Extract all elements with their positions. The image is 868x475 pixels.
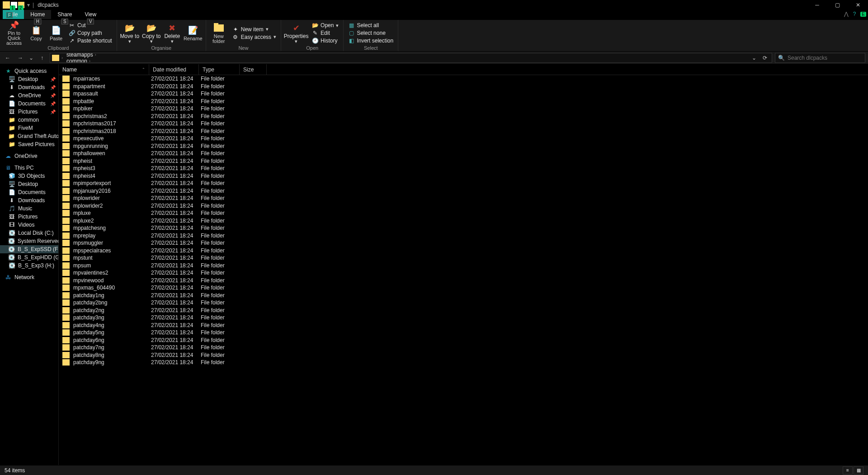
- sidebar-item[interactable]: 📁FiveM: [0, 124, 58, 132]
- table-row[interactable]: patchday9ng27/02/2021 18:24File folder: [59, 359, 868, 366]
- table-row[interactable]: patchday4ng27/02/2021 18:24File folder: [59, 322, 868, 329]
- tab-share[interactable]: Share S: [51, 10, 78, 19]
- table-row[interactable]: mpapartment27/02/2021 18:24File folder: [59, 83, 868, 90]
- table-row[interactable]: mpairraces27/02/2021 18:24File folder: [59, 75, 868, 83]
- table-row[interactable]: mpchristmas201727/02/2021 18:24File fold…: [59, 120, 868, 128]
- search-input[interactable]: 🔍: [775, 53, 865, 63]
- sidebar-item[interactable]: 🎵Music: [0, 204, 58, 213]
- table-row[interactable]: patchday2ng27/02/2021 18:24File folder: [59, 307, 868, 314]
- move-to-button[interactable]: 📂 Move to ▾: [120, 21, 140, 45]
- sidebar-item[interactable]: 📁Saved Pictures: [0, 140, 58, 148]
- table-row[interactable]: mpluxe227/02/2021 18:24File folder: [59, 217, 868, 225]
- table-row[interactable]: mpluxe27/02/2021 18:24File folder: [59, 209, 868, 217]
- sidebar-item[interactable]: 💽B_S_ExpHDD (G:): [0, 253, 58, 261]
- select-all-button[interactable]: ▦Select all: [346, 22, 395, 29]
- icons-view-button[interactable]: ▦: [854, 466, 863, 475]
- copy-to-button[interactable]: 📂 Copy to ▾: [142, 21, 161, 45]
- table-row[interactable]: mpxmas_60449027/02/2021 18:24File folder: [59, 284, 868, 292]
- table-row[interactable]: mplowrider227/02/2021 18:24File folder: [59, 202, 868, 210]
- invert-selection-button[interactable]: ◧Invert selection: [346, 37, 395, 44]
- breadcrumb-item[interactable]: common›: [65, 58, 118, 63]
- sidebar-item[interactable]: 🖥️Desktop📌: [0, 75, 58, 83]
- collapse-ribbon-icon[interactable]: ⋀: [844, 11, 849, 17]
- history-button[interactable]: 🕘History: [310, 37, 340, 44]
- paste-shortcut-button[interactable]: ↗Paste shortcut: [67, 37, 114, 44]
- table-row[interactable]: patchday5ng27/02/2021 18:24File folder: [59, 329, 868, 337]
- table-row[interactable]: mpsmuggler27/02/2021 18:24File folder: [59, 239, 868, 247]
- tab-view[interactable]: View V: [78, 10, 103, 19]
- col-size[interactable]: Size: [240, 64, 267, 75]
- table-row[interactable]: mpheist27/02/2021 18:24File folder: [59, 157, 868, 165]
- sidebar-item[interactable]: 🖥️Desktop: [0, 180, 58, 188]
- table-row[interactable]: mpjanuary201627/02/2021 18:24File folder: [59, 187, 868, 195]
- close-button[interactable]: ✕: [848, 0, 868, 10]
- qat-dropdown-icon[interactable]: ▾: [27, 2, 30, 8]
- sidebar-item[interactable]: ☁OneDrive📌: [0, 91, 58, 100]
- table-row[interactable]: mpsum27/02/2021 18:24File folder: [59, 262, 868, 270]
- col-type[interactable]: Type: [199, 64, 240, 75]
- sidebar-item[interactable]: 💽Local Disk (C:): [0, 229, 58, 237]
- sidebar-item[interactable]: 📄Documents: [0, 188, 58, 196]
- sidebar-item[interactable]: ⬇Downloads: [0, 196, 58, 204]
- recent-button[interactable]: ⌄: [28, 53, 34, 63]
- sidebar-item[interactable]: 🖼Pictures📌: [0, 108, 58, 116]
- sidebar-item[interactable]: 💽System Reserved (E:): [0, 237, 58, 245]
- breadcrumb-item[interactable]: steamapps›: [65, 53, 118, 58]
- edit-button[interactable]: ✎Edit: [310, 29, 340, 37]
- table-row[interactable]: mpimportexport27/02/2021 18:24File folde…: [59, 180, 868, 187]
- new-folder-button[interactable]: New folder: [209, 21, 229, 45]
- table-row[interactable]: mpgunrunning27/02/2021 18:24File folder: [59, 142, 868, 150]
- copy-button[interactable]: 📋 Copy: [27, 21, 45, 45]
- tab-home[interactable]: Home H: [24, 10, 51, 19]
- dropdown-icon[interactable]: ⌄: [749, 53, 759, 63]
- table-row[interactable]: mphalloween27/02/2021 18:24File folder: [59, 150, 868, 157]
- open-button[interactable]: 📂Open ▾: [310, 22, 340, 29]
- sidebar-onedrive[interactable]: ☁OneDrive: [0, 152, 58, 160]
- table-row[interactable]: mpreplay27/02/2021 18:24File folder: [59, 232, 868, 240]
- table-row[interactable]: mppatchesng27/02/2021 18:24File folder: [59, 224, 868, 232]
- sidebar-network[interactable]: 🖧Network: [0, 273, 58, 281]
- table-row[interactable]: mpheist327/02/2021 18:24File folder: [59, 165, 868, 172]
- table-row[interactable]: mpvinewood27/02/2021 18:24File folder: [59, 277, 868, 285]
- table-row[interactable]: patchday7ng27/02/2021 18:24File folder: [59, 344, 868, 352]
- pin-quick-access-button[interactable]: 📌 Pin to Quick access: [3, 21, 25, 45]
- sidebar-item[interactable]: 🧊3D Objects: [0, 172, 58, 180]
- col-name[interactable]: Name⌃: [59, 64, 149, 75]
- table-row[interactable]: mpspecialraces27/02/2021 18:24File folde…: [59, 247, 868, 255]
- sidebar-item[interactable]: 💽B_S_ExpSSD (F:): [0, 245, 58, 253]
- new-item-button[interactable]: ✦New item ▾: [231, 26, 278, 33]
- easy-access-button[interactable]: ⚙Easy access ▾: [231, 33, 278, 41]
- sidebar-this-pc[interactable]: 🖥This PC: [0, 164, 58, 172]
- maximize-button[interactable]: ▢: [827, 0, 848, 10]
- rename-button[interactable]: 📝 Rename: [183, 21, 203, 45]
- table-row[interactable]: patchday1ng27/02/2021 18:24File folder: [59, 292, 868, 299]
- table-row[interactable]: mpheist427/02/2021 18:24File folder: [59, 172, 868, 180]
- col-date[interactable]: Date modified: [149, 64, 199, 75]
- details-view-button[interactable]: ≡: [843, 466, 853, 475]
- table-row[interactable]: mpassault27/02/2021 18:24File folder: [59, 90, 868, 98]
- sidebar-quick-access[interactable]: ★Quick access: [0, 67, 58, 75]
- table-row[interactable]: patchday6ng27/02/2021 18:24File folder: [59, 337, 868, 344]
- table-row[interactable]: mpstunt27/02/2021 18:24File folder: [59, 254, 868, 262]
- table-row[interactable]: patchday8ng27/02/2021 18:24File folder: [59, 352, 868, 359]
- sidebar-item[interactable]: 📄Documents📌: [0, 100, 58, 108]
- table-row[interactable]: mpchristmas201827/02/2021 18:24File fold…: [59, 128, 868, 135]
- refresh-button[interactable]: ⟳: [760, 53, 770, 63]
- table-row[interactable]: patchday3ng27/02/2021 18:24File folder: [59, 314, 868, 322]
- select-none-button[interactable]: ▢Select none: [346, 29, 395, 37]
- minimize-button[interactable]: ─: [807, 0, 827, 10]
- table-row[interactable]: mpexecutive27/02/2021 18:24File folder: [59, 135, 868, 142]
- copy-path-button[interactable]: 🔗Copy path: [67, 29, 114, 37]
- sidebar-item[interactable]: 🖼Pictures: [0, 213, 58, 221]
- help-icon[interactable]: ?: [853, 11, 856, 17]
- sidebar-item[interactable]: 📁Grand Theft Auto V: [0, 132, 58, 140]
- delete-button[interactable]: ✖ Delete ▾: [163, 21, 181, 45]
- properties-button[interactable]: ✔ Properties ▾: [284, 21, 308, 45]
- table-row[interactable]: mpvalentines227/02/2021 18:24File folder: [59, 269, 868, 277]
- sidebar-item[interactable]: 💽B_S_Exp3 (H:): [0, 261, 58, 270]
- sidebar-item[interactable]: 🎞Videos: [0, 221, 58, 229]
- table-row[interactable]: mplowrider27/02/2021 18:24File folder: [59, 195, 868, 202]
- sidebar-item[interactable]: ⬇Downloads📌: [0, 83, 58, 91]
- table-row[interactable]: mpchristmas227/02/2021 18:24File folder: [59, 113, 868, 120]
- table-row[interactable]: mpbiker27/02/2021 18:24File folder: [59, 105, 868, 113]
